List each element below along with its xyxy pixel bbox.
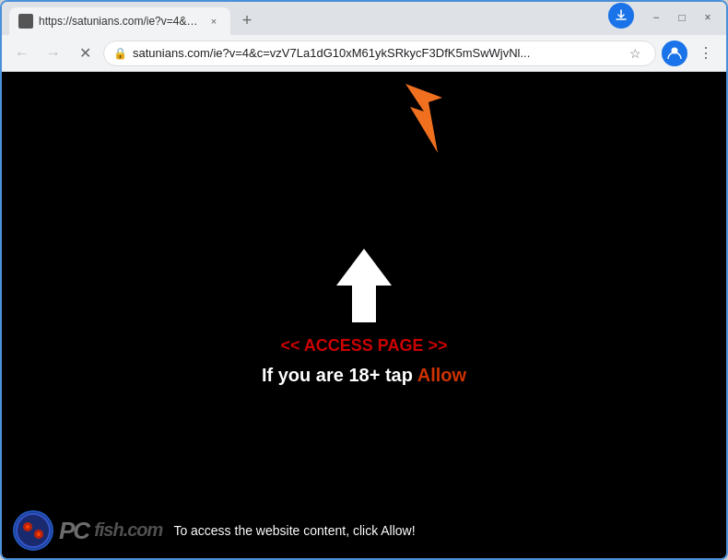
new-tab-button[interactable]: +: [234, 7, 260, 33]
tab-bar: https://satunians.com/ie?v=4&c=... × + −…: [2, 2, 726, 35]
svg-marker-2: [336, 249, 392, 322]
tab-close-button[interactable]: ×: [206, 14, 221, 29]
download-button[interactable]: [608, 3, 634, 29]
main-message: If you are 18+ tap Allow: [262, 365, 466, 386]
profile-button[interactable]: [662, 41, 687, 66]
logo-ball: [13, 510, 53, 551]
main-message-prefix: If you are 18+ tap: [262, 365, 417, 385]
svg-point-7: [37, 532, 41, 536]
window-close-button[interactable]: ×: [697, 8, 719, 27]
url-text: satunians.com/ie?v=4&c=vzV7La1dG10xM61yk…: [133, 46, 618, 60]
svg-marker-1: [405, 84, 442, 153]
tab-favicon: [18, 14, 33, 29]
white-up-arrow: [332, 244, 396, 327]
white-arrow-container: [332, 244, 396, 327]
lock-icon: 🔒: [113, 47, 127, 60]
minimize-button[interactable]: −: [645, 8, 667, 27]
svg-point-6: [26, 525, 29, 529]
address-input[interactable]: 🔒 satunians.com/ie?v=4&c=vzV7La1dG10xM61…: [103, 41, 656, 66]
access-page-text: << ACCESS PAGE >>: [280, 336, 447, 356]
window-controls: − □ ×: [608, 3, 719, 35]
allow-word: Allow: [417, 365, 466, 385]
pcfish-logo: PC fish.com: [13, 510, 162, 551]
back-button[interactable]: ←: [9, 41, 35, 66]
banner-message: To access the website content, click All…: [173, 523, 715, 538]
active-tab[interactable]: https://satunians.com/ie?v=4&c=... ×: [9, 7, 230, 35]
browser-window: https://satunians.com/ie?v=4&c=... × + −…: [0, 0, 728, 560]
bottom-banner: PC fish.com To access the website conten…: [2, 503, 726, 558]
svg-point-3: [17, 514, 50, 547]
forward-button[interactable]: →: [41, 41, 66, 66]
page-content: << ACCESS PAGE >> If you are 18+ tap All…: [2, 72, 726, 558]
address-right-icons: ☆: [624, 42, 646, 64]
maximize-button[interactable]: □: [671, 8, 693, 27]
menu-button[interactable]: ⋮: [693, 41, 719, 66]
tab-title: https://satunians.com/ie?v=4&c=...: [39, 15, 201, 28]
reload-button[interactable]: ✕: [72, 41, 98, 66]
bookmark-icon[interactable]: ☆: [624, 42, 646, 64]
orange-arrow-indicator: [392, 79, 465, 166]
address-bar: ← → ✕ 🔒 satunians.com/ie?v=4&c=vzV7La1dG…: [2, 35, 726, 72]
